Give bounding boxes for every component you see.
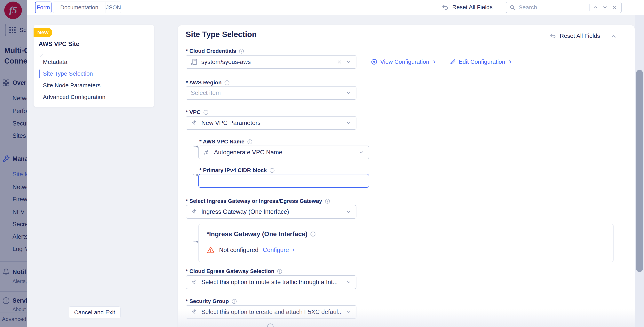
app-screen: f5 Selec Multi-Cl Connec Over Netwo Perf… xyxy=(0,0,644,327)
search-input[interactable] xyxy=(518,4,586,11)
chevron-down-icon xyxy=(602,5,608,10)
aws-region-label-text: * AWS Region xyxy=(186,79,222,86)
aws-region-label: * AWS Region xyxy=(186,79,230,86)
search-divider xyxy=(589,4,590,11)
view-icon xyxy=(371,58,378,65)
vpc-select[interactable]: New VPC Parameters xyxy=(186,116,356,130)
cloud-credentials-value: system/syous-aws xyxy=(201,58,333,65)
ingress-card-heading: *Ingress Gateway (One Interface) xyxy=(206,230,316,238)
cloud-credentials-label: * Cloud Credentials xyxy=(186,48,244,54)
branch-option-icon xyxy=(191,309,198,315)
ingress-gateway-label-text: * Select Ingress Gateway or Ingress/Egre… xyxy=(186,198,322,204)
wizard-step-advanced-configuration[interactable]: Advanced Configuration xyxy=(43,94,105,100)
security-group-select[interactable]: Select this option to create and attach … xyxy=(186,305,356,319)
active-step-indicator xyxy=(40,69,40,78)
wizard-step-site-type-selection[interactable]: Site Type Selection xyxy=(43,70,93,77)
modal-topbar: Form Documentation JSON Reset All Fields xyxy=(27,0,644,15)
form-panel: Site Type Selection Reset All Fields xyxy=(178,25,635,327)
egress-gateway-label: * Cloud Egress Gateway Selection xyxy=(186,268,282,274)
configure-link[interactable]: Configure xyxy=(263,247,296,254)
aws-vpc-name-label-text: * AWS VPC Name xyxy=(200,139,244,145)
chevron-right-icon xyxy=(508,59,513,64)
reset-all-fields-button[interactable]: Reset All Fields xyxy=(442,3,492,11)
chevron-down-icon xyxy=(346,309,351,315)
security-group-label: * Security Group xyxy=(186,298,237,305)
modal-dim-overlay xyxy=(0,0,27,327)
search-box xyxy=(506,2,622,13)
wizard-divider-notch xyxy=(38,52,42,57)
search-next-button[interactable] xyxy=(602,4,608,11)
aws-region-select[interactable]: Select item xyxy=(186,86,356,100)
ingress-gateway-select[interactable]: Ingress Gateway (One Interface) xyxy=(186,205,356,219)
ingress-gateway-value: Ingress Gateway (One Interface) xyxy=(201,208,342,215)
view-configuration-label: View Configuration xyxy=(380,58,429,65)
tab-form[interactable]: Form xyxy=(35,1,52,13)
not-configured-text: Not configured xyxy=(219,247,258,254)
branch-option-icon xyxy=(191,209,198,215)
branch-option-icon xyxy=(204,149,210,156)
cloud-credentials-select[interactable]: system/syous-aws xyxy=(186,55,356,69)
info-icon[interactable] xyxy=(277,269,282,274)
chevron-right-icon xyxy=(291,247,296,253)
wizard-divider xyxy=(34,54,154,54)
edit-configuration-label: Edit Configuration xyxy=(459,58,505,65)
info-icon[interactable] xyxy=(325,199,330,204)
primary-cidr-label: * Primary IPv4 CIDR block xyxy=(200,167,275,173)
info-icon[interactable] xyxy=(239,48,244,54)
vpc-value: New VPC Parameters xyxy=(201,119,342,126)
chevron-down-icon xyxy=(358,150,364,155)
view-configuration-link[interactable]: View Configuration xyxy=(371,58,437,65)
info-icon[interactable] xyxy=(247,139,252,144)
configure-label: Configure xyxy=(263,247,289,254)
aws-vpc-name-value: Autogenerate VPC Name xyxy=(214,149,355,156)
aws-vpc-name-select[interactable]: Autogenerate VPC Name xyxy=(198,146,369,159)
vpc-label-text: * VPC xyxy=(186,109,200,115)
reset-icon xyxy=(442,3,449,11)
info-icon[interactable] xyxy=(203,110,208,115)
info-icon[interactable] xyxy=(270,168,275,173)
edit-configuration-link[interactable]: Edit Configuration xyxy=(450,58,513,65)
security-group-value: Select this option to create and attach … xyxy=(201,309,342,316)
security-group-label-text: * Security Group xyxy=(186,298,229,305)
wizard-step-site-node-parameters[interactable]: Site Node Parameters xyxy=(43,82,100,89)
clear-icon[interactable] xyxy=(337,59,342,64)
chevron-down-icon xyxy=(346,209,351,215)
branch-option-icon xyxy=(191,279,198,286)
ingress-card-heading-text: *Ingress Gateway (One Interface) xyxy=(206,230,308,238)
tab-json[interactable]: JSON xyxy=(106,1,121,13)
branch-option-icon xyxy=(191,120,198,126)
aws-vpc-name-label: * AWS VPC Name xyxy=(200,139,252,145)
chevron-down-icon xyxy=(346,59,351,65)
egress-gateway-label-text: * Cloud Egress Gateway Selection xyxy=(186,268,274,274)
info-icon[interactable] xyxy=(310,231,316,237)
primary-cidr-label-text: * Primary IPv4 CIDR block xyxy=(200,167,267,173)
cancel-and-exit-button[interactable]: Cancel and Exit xyxy=(69,306,120,319)
search-icon xyxy=(510,4,516,10)
search-close-button[interactable] xyxy=(611,4,618,11)
vpc-label: * VPC xyxy=(186,109,208,115)
info-icon[interactable] xyxy=(224,80,230,85)
tab-group: Documentation JSON xyxy=(53,1,121,13)
credential-object-icon xyxy=(191,59,198,65)
chevron-down-icon xyxy=(346,280,351,285)
primary-cidr-input[interactable] xyxy=(198,174,369,188)
warning-icon xyxy=(206,246,215,254)
tab-documentation[interactable]: Documentation xyxy=(53,1,106,13)
info-icon[interactable] xyxy=(232,299,237,304)
edit-pencil-icon xyxy=(450,59,456,65)
reset-all-fields-label: Reset All Fields xyxy=(452,4,492,10)
scrollbar-thumb[interactable] xyxy=(636,70,643,272)
chevron-right-icon xyxy=(432,59,437,64)
egress-gateway-select[interactable]: Select this option to route site traffic… xyxy=(186,275,356,289)
egress-gateway-value: Select this option to route site traffic… xyxy=(201,279,342,286)
close-icon xyxy=(612,5,617,10)
search-prev-button[interactable] xyxy=(592,4,599,11)
chevron-down-icon xyxy=(346,120,351,126)
aws-region-placeholder: Select item xyxy=(191,89,342,96)
ingress-status-row: Not configured Configure xyxy=(206,246,296,254)
ingress-gateway-label: * Select Ingress Gateway or Ingress/Egre… xyxy=(186,198,330,204)
wizard-step-metadata[interactable]: Metadata xyxy=(43,59,67,65)
chevron-down-icon xyxy=(346,90,351,96)
cloud-credentials-label-text: * Cloud Credentials xyxy=(186,48,236,54)
ingress-gateway-card: *Ingress Gateway (One Interface) Not con… xyxy=(198,224,614,262)
